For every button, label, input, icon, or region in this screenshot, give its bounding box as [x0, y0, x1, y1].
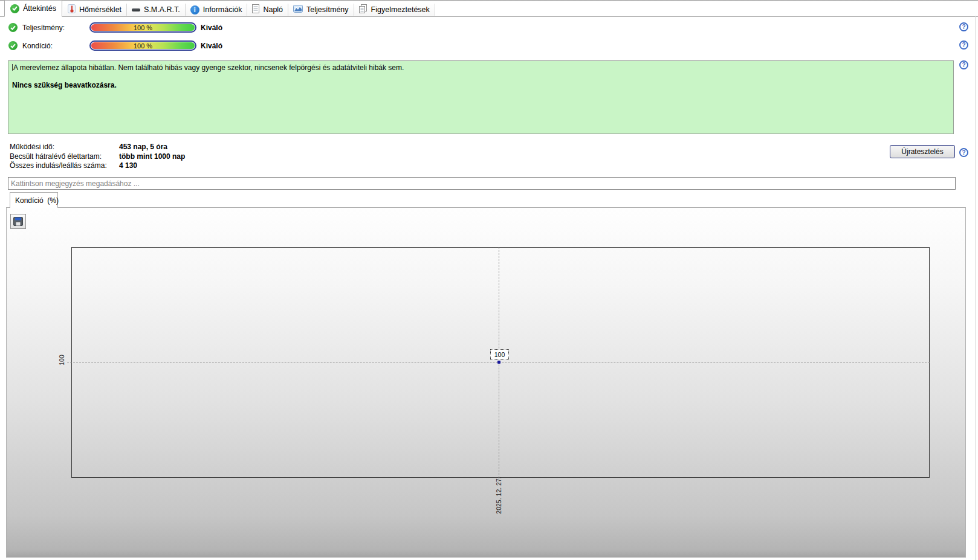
tab-teljesitmeny[interactable]: Teljesítmény	[288, 4, 354, 16]
tab-figyelmeztetesek[interactable]: Figyelmeztetések	[354, 4, 435, 16]
tab-kondicio-chart[interactable]: Kondíció (%)	[10, 192, 58, 208]
performance-gauge: 100 %	[89, 22, 196, 33]
tab-attekintes[interactable]: Áttekintés	[4, 0, 62, 17]
chart-x-axis-tick-label: 2025. 12. 27.	[494, 475, 503, 516]
pages-icon	[359, 4, 368, 15]
tab-label: Napló	[263, 5, 283, 14]
performance-label: Teljesítmény:	[22, 24, 65, 32]
main-tabbar: Áttekintés Hőmérséklet S.M.A.R.T. i Info…	[0, 1, 978, 17]
performance-ok-icon	[8, 23, 18, 32]
chart-panel: 100 2025. 12. 27. 100	[6, 207, 966, 558]
start-stop-value: 4 130	[119, 161, 137, 170]
right-edge-divider	[975, 16, 976, 560]
comment-input[interactable]	[8, 177, 956, 190]
condition-ok-icon	[8, 41, 18, 50]
condition-gauge: 100 %	[89, 40, 196, 51]
tab-label: Teljesítmény	[306, 5, 348, 14]
retest-button[interactable]: Újratesztelés	[890, 145, 955, 158]
help-icon-status[interactable]: ?	[959, 60, 968, 69]
lifetime-value: több mint 1000 nap	[119, 152, 185, 161]
status-line-1: A merevlemez állapota hibátlan. Nem talá…	[12, 63, 950, 72]
document-icon	[252, 4, 259, 15]
floppy-icon	[13, 217, 23, 226]
tab-label: S.M.A.R.T.	[144, 5, 180, 14]
info-icon: i	[190, 5, 199, 14]
status-line-2: Nincs szükség beavatkozásra.	[12, 81, 950, 89]
power-on-time-value: 453 nap, 5 óra	[119, 143, 167, 151]
tab-label: Információk	[203, 5, 242, 14]
help-icon-retest[interactable]: ?	[959, 148, 968, 157]
condition-label: Kondíció:	[22, 42, 53, 50]
tab-naplo[interactable]: Napló	[247, 4, 288, 16]
help-icon-performance[interactable]: ?	[959, 22, 968, 31]
text-caret	[12, 64, 13, 71]
chart-data-point[interactable]	[497, 361, 500, 364]
app-window: Áttekintés Hőmérséklet S.M.A.R.T. i Info…	[0, 0, 978, 560]
chart-y-axis-tick-label: 100	[54, 352, 70, 369]
save-chart-button[interactable]	[10, 214, 26, 229]
thermometer-icon	[68, 4, 76, 15]
tab-homerseklet[interactable]: Hőmérséklet	[62, 4, 127, 16]
tab-label: Figyelmeztetések	[371, 5, 430, 14]
tab-label: Áttekintés	[23, 4, 56, 13]
performance-gauge-value: 100 %	[91, 24, 195, 31]
chart-plot-area[interactable]	[71, 247, 930, 478]
chart-icon	[293, 5, 303, 14]
check-circle-icon	[10, 4, 19, 13]
tab-smart[interactable]: S.M.A.R.T.	[127, 4, 186, 16]
help-icon-condition[interactable]: ?	[959, 40, 968, 50]
start-stop-label: Összes indulás/leállás száma:	[10, 161, 107, 170]
tab-informaciok[interactable]: i Információk	[186, 4, 248, 16]
disk-icon	[132, 8, 140, 11]
tab-label: Hőmérséklet	[79, 5, 121, 14]
health-status-box: A merevlemez állapota hibátlan. Nem talá…	[8, 60, 954, 134]
performance-rating: Kiváló	[201, 24, 222, 32]
condition-gauge-value: 100 %	[91, 42, 195, 49]
chart-point-value-label: 100	[490, 349, 509, 360]
lifetime-label: Becsült hátralévő élettartam:	[10, 152, 102, 161]
condition-rating: Kiváló	[201, 42, 222, 50]
power-on-time-label: Működési idő:	[10, 143, 54, 151]
